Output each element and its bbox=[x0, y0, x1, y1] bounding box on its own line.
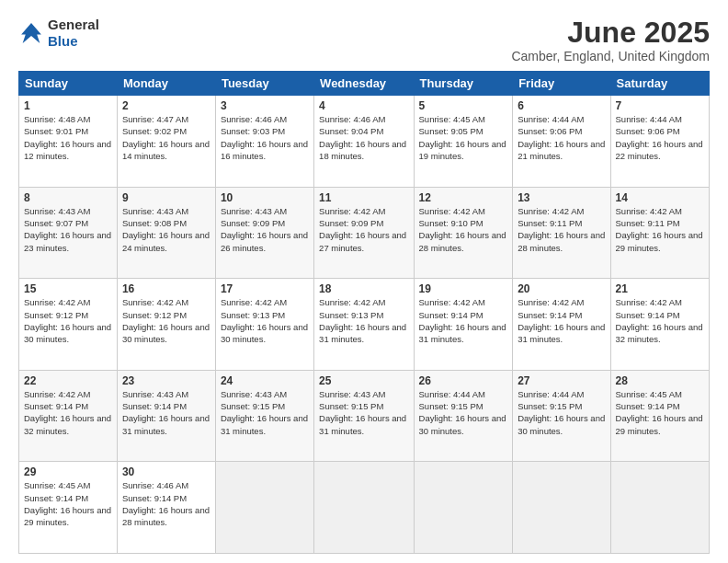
day-number: 29 bbox=[24, 465, 112, 478]
table-row: 23Sunrise: 4:43 AMSunset: 9:14 PMDayligh… bbox=[117, 370, 215, 462]
day-number: 13 bbox=[518, 191, 605, 204]
week-row: 1Sunrise: 4:48 AMSunset: 9:01 PMDaylight… bbox=[19, 96, 710, 188]
day-info: Sunrise: 4:44 AMSunset: 9:06 PMDaylight:… bbox=[616, 113, 704, 162]
table-row: 19Sunrise: 4:42 AMSunset: 9:14 PMDayligh… bbox=[414, 279, 513, 371]
day-number: 19 bbox=[419, 282, 508, 295]
table-row: 14Sunrise: 4:42 AMSunset: 9:11 PMDayligh… bbox=[610, 187, 709, 279]
day-info: Sunrise: 4:42 AMSunset: 9:11 PMDaylight:… bbox=[518, 205, 605, 254]
table-row: 24Sunrise: 4:43 AMSunset: 9:15 PMDayligh… bbox=[215, 370, 313, 462]
table-row bbox=[314, 462, 414, 554]
header: General Blue June 2025 Camber, England, … bbox=[18, 17, 710, 63]
day-info: Sunrise: 4:46 AMSunset: 9:14 PMDaylight:… bbox=[122, 479, 210, 528]
table-row bbox=[513, 462, 610, 554]
title-block: June 2025 Camber, England, United Kingdo… bbox=[511, 17, 710, 63]
day-number: 15 bbox=[24, 282, 112, 295]
day-number: 16 bbox=[122, 282, 210, 295]
day-number: 12 bbox=[419, 191, 508, 204]
logo-text: General Blue bbox=[48, 17, 99, 50]
table-row: 3Sunrise: 4:46 AMSunset: 9:03 PMDaylight… bbox=[215, 96, 313, 188]
day-info: Sunrise: 4:42 AMSunset: 9:14 PMDaylight:… bbox=[616, 296, 704, 345]
col-thursday: Thursday bbox=[414, 72, 513, 96]
day-info: Sunrise: 4:45 AMSunset: 9:14 PMDaylight:… bbox=[616, 388, 704, 437]
page: General Blue June 2025 Camber, England, … bbox=[0, 0, 728, 563]
table-row: 25Sunrise: 4:43 AMSunset: 9:15 PMDayligh… bbox=[314, 370, 414, 462]
table-row: 4Sunrise: 4:46 AMSunset: 9:04 PMDaylight… bbox=[314, 96, 414, 188]
week-row: 22Sunrise: 4:42 AMSunset: 9:14 PMDayligh… bbox=[19, 370, 710, 462]
day-number: 17 bbox=[221, 282, 309, 295]
col-tuesday: Tuesday bbox=[215, 72, 313, 96]
table-row: 15Sunrise: 4:42 AMSunset: 9:12 PMDayligh… bbox=[19, 279, 118, 371]
day-number: 7 bbox=[616, 99, 704, 112]
table-row bbox=[215, 462, 313, 554]
month-title: June 2025 bbox=[511, 17, 710, 49]
day-info: Sunrise: 4:44 AMSunset: 9:15 PMDaylight:… bbox=[518, 388, 605, 437]
table-row bbox=[414, 462, 513, 554]
day-number: 25 bbox=[319, 374, 408, 387]
table-row: 21Sunrise: 4:42 AMSunset: 9:14 PMDayligh… bbox=[610, 279, 709, 371]
day-number: 22 bbox=[24, 374, 112, 387]
day-number: 14 bbox=[616, 191, 704, 204]
day-info: Sunrise: 4:42 AMSunset: 9:10 PMDaylight:… bbox=[419, 205, 508, 254]
col-sunday: Sunday bbox=[19, 72, 118, 96]
day-info: Sunrise: 4:46 AMSunset: 9:04 PMDaylight:… bbox=[319, 113, 408, 162]
calendar-table: Sunday Monday Tuesday Wednesday Thursday… bbox=[18, 71, 710, 554]
day-number: 2 bbox=[122, 99, 210, 112]
table-row: 29Sunrise: 4:45 AMSunset: 9:14 PMDayligh… bbox=[19, 462, 118, 554]
day-number: 8 bbox=[24, 191, 112, 204]
table-row: 26Sunrise: 4:44 AMSunset: 9:15 PMDayligh… bbox=[414, 370, 513, 462]
day-number: 23 bbox=[122, 374, 210, 387]
table-row: 8Sunrise: 4:43 AMSunset: 9:07 PMDaylight… bbox=[19, 187, 118, 279]
col-friday: Friday bbox=[513, 72, 610, 96]
col-monday: Monday bbox=[117, 72, 215, 96]
day-info: Sunrise: 4:42 AMSunset: 9:12 PMDaylight:… bbox=[122, 296, 210, 345]
day-number: 10 bbox=[221, 191, 309, 204]
day-info: Sunrise: 4:48 AMSunset: 9:01 PMDaylight:… bbox=[24, 113, 112, 162]
col-wednesday: Wednesday bbox=[314, 72, 414, 96]
day-info: Sunrise: 4:44 AMSunset: 9:06 PMDaylight:… bbox=[518, 113, 605, 162]
day-info: Sunrise: 4:42 AMSunset: 9:14 PMDaylight:… bbox=[419, 296, 508, 345]
day-info: Sunrise: 4:44 AMSunset: 9:15 PMDaylight:… bbox=[419, 388, 508, 437]
day-info: Sunrise: 4:47 AMSunset: 9:02 PMDaylight:… bbox=[122, 113, 210, 162]
table-row: 1Sunrise: 4:48 AMSunset: 9:01 PMDaylight… bbox=[19, 96, 118, 188]
table-row: 28Sunrise: 4:45 AMSunset: 9:14 PMDayligh… bbox=[610, 370, 709, 462]
day-number: 3 bbox=[221, 99, 309, 112]
table-row: 22Sunrise: 4:42 AMSunset: 9:14 PMDayligh… bbox=[19, 370, 118, 462]
table-row: 13Sunrise: 4:42 AMSunset: 9:11 PMDayligh… bbox=[513, 187, 610, 279]
week-row: 8Sunrise: 4:43 AMSunset: 9:07 PMDaylight… bbox=[19, 187, 710, 279]
day-info: Sunrise: 4:42 AMSunset: 9:09 PMDaylight:… bbox=[319, 205, 408, 254]
day-info: Sunrise: 4:42 AMSunset: 9:14 PMDaylight:… bbox=[24, 388, 112, 437]
table-row: 12Sunrise: 4:42 AMSunset: 9:10 PMDayligh… bbox=[414, 187, 513, 279]
day-number: 26 bbox=[419, 374, 508, 387]
day-number: 1 bbox=[24, 99, 112, 112]
table-row: 2Sunrise: 4:47 AMSunset: 9:02 PMDaylight… bbox=[117, 96, 215, 188]
table-row: 5Sunrise: 4:45 AMSunset: 9:05 PMDaylight… bbox=[414, 96, 513, 188]
table-row: 9Sunrise: 4:43 AMSunset: 9:08 PMDaylight… bbox=[117, 187, 215, 279]
day-info: Sunrise: 4:42 AMSunset: 9:14 PMDaylight:… bbox=[518, 296, 605, 345]
day-number: 27 bbox=[518, 374, 605, 387]
week-row: 15Sunrise: 4:42 AMSunset: 9:12 PMDayligh… bbox=[19, 279, 710, 371]
logo-blue: Blue bbox=[48, 33, 78, 49]
svg-marker-0 bbox=[21, 23, 41, 43]
day-info: Sunrise: 4:46 AMSunset: 9:03 PMDaylight:… bbox=[221, 113, 309, 162]
header-row: Sunday Monday Tuesday Wednesday Thursday… bbox=[19, 72, 710, 96]
day-info: Sunrise: 4:43 AMSunset: 9:15 PMDaylight:… bbox=[221, 388, 309, 437]
table-row: 7Sunrise: 4:44 AMSunset: 9:06 PMDaylight… bbox=[610, 96, 709, 188]
table-row: 10Sunrise: 4:43 AMSunset: 9:09 PMDayligh… bbox=[215, 187, 313, 279]
day-number: 30 bbox=[122, 465, 210, 478]
logo-icon bbox=[18, 20, 44, 46]
day-info: Sunrise: 4:43 AMSunset: 9:15 PMDaylight:… bbox=[319, 388, 408, 437]
day-info: Sunrise: 4:45 AMSunset: 9:14 PMDaylight:… bbox=[24, 479, 112, 528]
table-row: 11Sunrise: 4:42 AMSunset: 9:09 PMDayligh… bbox=[314, 187, 414, 279]
day-info: Sunrise: 4:43 AMSunset: 9:09 PMDaylight:… bbox=[221, 205, 309, 254]
day-number: 21 bbox=[616, 282, 704, 295]
day-info: Sunrise: 4:42 AMSunset: 9:13 PMDaylight:… bbox=[221, 296, 309, 345]
day-info: Sunrise: 4:43 AMSunset: 9:14 PMDaylight:… bbox=[122, 388, 210, 437]
table-row: 18Sunrise: 4:42 AMSunset: 9:13 PMDayligh… bbox=[314, 279, 414, 371]
week-row: 29Sunrise: 4:45 AMSunset: 9:14 PMDayligh… bbox=[19, 462, 710, 554]
table-row: 17Sunrise: 4:42 AMSunset: 9:13 PMDayligh… bbox=[215, 279, 313, 371]
day-number: 6 bbox=[518, 99, 605, 112]
location: Camber, England, United Kingdom bbox=[511, 49, 710, 63]
table-row bbox=[610, 462, 709, 554]
day-info: Sunrise: 4:42 AMSunset: 9:12 PMDaylight:… bbox=[24, 296, 112, 345]
day-info: Sunrise: 4:43 AMSunset: 9:07 PMDaylight:… bbox=[24, 205, 112, 254]
